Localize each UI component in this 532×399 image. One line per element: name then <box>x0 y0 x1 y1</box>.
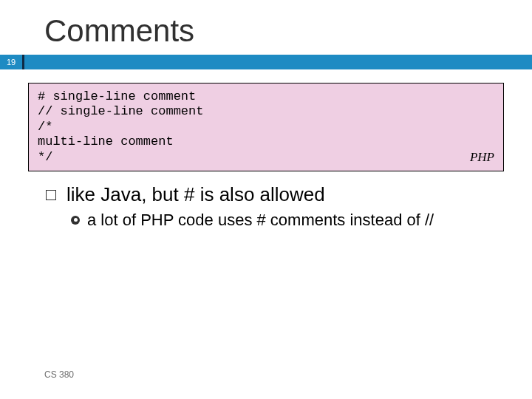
code-language-label: PHP <box>470 150 494 165</box>
square-bullet-icon <box>46 190 56 200</box>
code-line: /* <box>38 120 494 134</box>
body-text: like Java, but # is also allowed a lot o… <box>46 183 488 230</box>
accent-bar <box>22 55 532 69</box>
code-line: # single-line comment <box>38 89 494 104</box>
bullet-text: like Java, but # is also allowed <box>66 183 325 206</box>
slide-number: 19 <box>0 55 22 69</box>
code-line: */ <box>38 150 494 165</box>
code-line: // single-line comment <box>38 104 494 119</box>
code-line: multi-line comment <box>38 134 494 149</box>
bullet-level-2: a lot of PHP code uses # comments instea… <box>71 211 488 230</box>
code-block: # single-line comment // single-line com… <box>28 83 504 171</box>
slide-number-bar: 19 <box>0 55 532 69</box>
footer-course: CS 380 <box>44 369 74 380</box>
dot-bullet-icon <box>71 216 80 225</box>
bullet-text: a lot of PHP code uses # comments instea… <box>87 211 434 230</box>
slide-title: Comments <box>0 0 532 55</box>
bullet-level-1: like Java, but # is also allowed <box>46 183 488 206</box>
